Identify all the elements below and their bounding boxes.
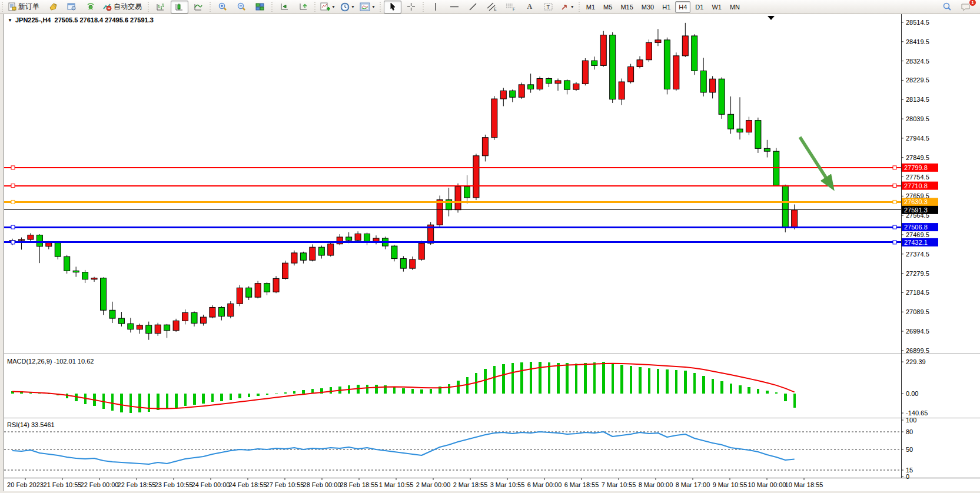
svg-text:7 Mar 10:55: 7 Mar 10:55 — [602, 481, 636, 488]
timeframe-bar: M1M5M15M30H1H4D1W1MN — [582, 1, 744, 13]
clock-icon — [340, 2, 350, 12]
hline-27799.8[interactable]: 27799.8 — [4, 164, 938, 172]
market-watch-icon — [48, 2, 58, 11]
fibonacci-tool-button[interactable]: F — [502, 1, 520, 14]
trend-arrow-annotation[interactable] — [800, 137, 832, 186]
auto-scroll-button[interactable] — [275, 1, 293, 14]
toolbar-grip — [577, 2, 582, 12]
svg-text:0.00: 0.00 — [906, 390, 918, 397]
chevron-down-icon: ▼ — [570, 5, 574, 9]
svg-text:27944.5: 27944.5 — [906, 135, 929, 142]
svg-text:26899.5: 26899.5 — [906, 347, 929, 354]
svg-text:1 Mar 10:55: 1 Mar 10:55 — [379, 481, 414, 488]
auto-trading-label: 自动交易 — [112, 2, 144, 12]
bar-chart-type-button[interactable] — [152, 1, 170, 14]
cursor-tool-button[interactable] — [384, 1, 401, 14]
svg-text:28229.5: 28229.5 — [906, 76, 929, 84]
search-button[interactable] — [938, 1, 956, 14]
svg-text:27799.8: 27799.8 — [904, 164, 928, 171]
vertical-line-tool-button[interactable] — [427, 1, 444, 14]
timeframe-M1[interactable]: M1 — [583, 1, 599, 13]
candlestick-chart-type-button[interactable] — [171, 1, 188, 14]
auto-trading-icon — [102, 2, 112, 11]
svg-text:2 Mar 18:55: 2 Mar 18:55 — [453, 481, 488, 488]
toolbar-grip — [378, 2, 383, 12]
timeframe-M15[interactable]: M15 — [617, 1, 636, 13]
svg-text:27630.3: 27630.3 — [904, 198, 928, 205]
chevron-down-icon: ▼ — [351, 5, 355, 9]
crosshair-tool-button[interactable] — [403, 1, 420, 14]
horizontal-lines: 27799.827710.827630.327591.327506.827432… — [4, 164, 938, 246]
hline-27506.8[interactable]: 27506.8 — [4, 223, 938, 231]
svg-text:229.39: 229.39 — [906, 358, 926, 365]
svg-text:6 Mar 18:55: 6 Mar 18:55 — [564, 481, 599, 488]
timeframe-H4[interactable]: H4 — [675, 1, 690, 13]
svg-text:2 Mar 00:00: 2 Mar 00:00 — [416, 481, 451, 488]
data-window-icon — [67, 2, 77, 11]
hline-27710.8[interactable]: 27710.8 — [4, 182, 938, 190]
timeframe-M5[interactable]: M5 — [600, 1, 616, 13]
arrows-tool-button[interactable]: ▼ — [559, 1, 576, 14]
hline-27630.3[interactable]: 27630.3 — [4, 198, 938, 206]
svg-text:27754.5: 27754.5 — [906, 174, 929, 181]
svg-text:6 Mar 00:00: 6 Mar 00:00 — [527, 481, 562, 488]
svg-text:26994.5: 26994.5 — [906, 328, 929, 335]
svg-text:27 Feb 10:55: 27 Feb 10:55 — [266, 481, 304, 488]
date-axis[interactable]: 20 Feb 202321 Feb 10:5522 Feb 00:0022 Fe… — [7, 478, 823, 488]
svg-text:27849.5: 27849.5 — [906, 154, 929, 161]
svg-text:50: 50 — [906, 446, 913, 453]
toolbar-right-group: 1 — [938, 0, 975, 14]
equidistant-channel-tool-button[interactable]: E — [483, 1, 501, 14]
tile-windows-button[interactable] — [251, 1, 269, 14]
svg-text:F: F — [513, 7, 515, 11]
scroll-to-end-marker[interactable] — [768, 16, 775, 20]
market-watch-button[interactable] — [44, 1, 62, 14]
new-chart-button[interactable]: ▼ — [318, 1, 337, 14]
data-window-button[interactable] — [63, 1, 81, 14]
toolbar-grip — [313, 2, 317, 12]
svg-text:27432.1: 27432.1 — [904, 239, 928, 246]
horizontal-line-tool-button[interactable] — [446, 1, 463, 14]
rsi-axis: 1008050150 — [4, 417, 916, 480]
periods-button[interactable]: ▼ — [338, 1, 357, 14]
hline-27432.1[interactable]: 27432.1 — [4, 238, 938, 246]
timeframe-W1[interactable]: W1 — [708, 1, 725, 13]
trendline-tool-button[interactable] — [464, 1, 482, 14]
arrow-objects-icon — [560, 2, 569, 11]
toolbar-grip — [1, 2, 5, 12]
svg-text:22 Feb 00:00: 22 Feb 00:00 — [81, 481, 119, 488]
chart-shift-button[interactable] — [294, 1, 312, 14]
svg-text:27591.3: 27591.3 — [904, 206, 928, 214]
timeframe-MN[interactable]: MN — [726, 1, 743, 13]
auto-trading-button[interactable]: 自动交易 — [101, 1, 145, 14]
timeframe-D1[interactable]: D1 — [692, 1, 707, 13]
candles-layer — [9, 23, 798, 340]
timeframe-H1[interactable]: H1 — [659, 1, 674, 13]
text-tool-button[interactable]: A — [521, 1, 539, 14]
new-order-icon — [8, 2, 16, 11]
svg-text:28419.5: 28419.5 — [906, 38, 929, 45]
svg-text:10 Mar 00:00: 10 Mar 00:00 — [748, 481, 786, 488]
vertical-line-icon — [431, 2, 440, 11]
text-label-tool-button[interactable]: T — [540, 1, 557, 14]
line-chart-type-button[interactable] — [190, 1, 207, 14]
toolbar-grip — [270, 2, 274, 12]
toolbar-grip — [147, 2, 151, 12]
hline-27591.3[interactable]: 27591.3 — [4, 206, 938, 214]
svg-text:-140.65: -140.65 — [906, 409, 928, 417]
zoom-out-button[interactable] — [232, 1, 250, 14]
main-toolbar: 新订单 自动交易 ▼ ▼ — [0, 0, 980, 14]
text-tool-icon: A — [527, 2, 532, 11]
timeframe-M30[interactable]: M30 — [638, 1, 657, 13]
notifications-button[interactable]: 1 — [957, 1, 975, 14]
svg-text:28134.5: 28134.5 — [906, 96, 929, 103]
templates-button[interactable]: ▼ — [358, 1, 377, 14]
zoom-in-button[interactable] — [214, 1, 231, 14]
navigator-button[interactable] — [82, 1, 99, 14]
channel-icon: E — [487, 2, 497, 11]
candlestick-chart[interactable]: 28514.528419.528324.528229.528134.528039… — [4, 14, 980, 491]
zoom-in-icon — [218, 2, 228, 12]
new-order-button[interactable]: 新订单 — [6, 1, 43, 14]
chart-shift-icon — [298, 2, 308, 11]
bar-chart-icon — [156, 2, 165, 11]
